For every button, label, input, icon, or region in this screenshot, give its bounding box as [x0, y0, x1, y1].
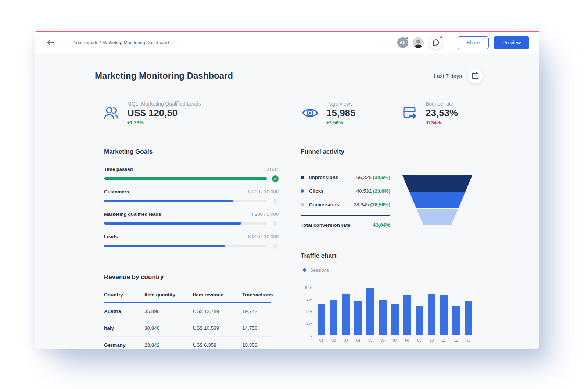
x-axis-label: 01 — [319, 338, 323, 342]
table-row: Germany23,842US$ 6,35810,358 — [104, 337, 271, 353]
goal-value: 4.200 / 5.000 — [251, 211, 279, 217]
bar-column: 04 — [354, 288, 362, 335]
goal-progress-fill — [104, 245, 225, 247]
back-button[interactable] — [35, 32, 66, 53]
table-cell: 23,842 — [144, 342, 193, 348]
column-header: Transactions — [242, 292, 273, 297]
table-cell: 14,756 — [242, 325, 271, 331]
funnel-row-number: 40,532 — [356, 188, 373, 194]
bar-column: 08 — [403, 288, 411, 335]
kpi-label: Page views — [326, 101, 356, 107]
column-header: Country — [104, 292, 144, 297]
bar-column: 01 — [318, 288, 325, 335]
x-axis-label: 06 — [381, 338, 385, 342]
column-header: Item quantity — [144, 292, 193, 297]
sessions-bar — [403, 295, 411, 335]
bar-column: 12 — [452, 288, 460, 335]
y-axis: 100k75k50k25k0 — [301, 288, 312, 335]
goal-bar-row — [104, 243, 279, 249]
table-cell: US$ 6,358 — [193, 342, 242, 348]
revenue-by-country-section: Revenue by country CountryItem quantityI… — [104, 274, 279, 353]
sessions-bar — [318, 304, 325, 335]
calendar-icon[interactable] — [468, 68, 483, 83]
x-axis-label: 07 — [393, 338, 397, 342]
goal-bar-row — [104, 175, 279, 182]
total-conversion-value: 43,04% — [373, 222, 390, 228]
funnel-legend-row: Clicks40,532 (23,6%) — [301, 188, 390, 194]
app-bar: Your reports / Marketing Monitoring Dash… — [35, 32, 539, 53]
page-title: Marketing Monitoring Dashboard — [95, 71, 233, 81]
avatar-photo[interactable] — [413, 37, 424, 48]
goal-value: 8.200 / 10.000 — [248, 189, 279, 194]
goal-label: Marketing qualified leads — [104, 211, 161, 217]
y-axis-tick: 50k — [306, 309, 312, 313]
section-title-revenue: Revenue by country — [104, 274, 279, 281]
goal-complete-check-icon — [272, 175, 279, 182]
browser-bounce-icon — [401, 104, 419, 122]
goal-value: 8.000 / 10.000 — [248, 234, 279, 239]
funnel-row-value: 56,325 (34,6%) — [356, 175, 390, 180]
y-axis-tick: 75k — [306, 297, 312, 301]
sessions-bar — [379, 300, 387, 335]
kpi-value: 23,53% — [426, 108, 458, 119]
avatar-ak[interactable]: AK — [397, 37, 408, 48]
kpi-label: Bounce rate — [426, 101, 458, 107]
funnel-row-number: 28,945 — [354, 202, 370, 207]
sessions-bar-chart: 100k75k50k25k0 0102030405060708091011121… — [301, 288, 472, 346]
table-cell: 35,890 — [144, 308, 193, 314]
arrow-left-icon — [47, 40, 55, 46]
sessions-bar — [428, 294, 435, 335]
funnel-row-percent: (23,6%) — [373, 188, 390, 194]
goal-row: Leads8.000 / 10.000 — [104, 234, 279, 249]
funnel-row-label: Conversions — [309, 202, 339, 207]
funnel-legend-row: Conversions28,945 (16,56%) — [301, 202, 390, 207]
funnel-row-value: 28,945 (16,56%) — [354, 202, 390, 207]
kpi-value: US$ 120,50 — [127, 108, 201, 119]
traffic-bars: 01020304050607080910111213 — [318, 288, 472, 335]
goal-handle-icon[interactable] — [272, 243, 279, 249]
funnel-row-number: 56,325 — [356, 175, 373, 180]
x-axis-label: 11 — [442, 338, 446, 342]
goal-row: Customers8.200 / 10.000 — [104, 189, 279, 204]
revenue-table-body: Austria35,890US$ 13,78919,742Italy30,846… — [104, 303, 271, 353]
goal-progress-track — [104, 177, 267, 180]
kpi-change: +1.23% — [127, 120, 201, 125]
funnel-legend-row: Impressions56,325 (34,6%) — [301, 175, 390, 180]
breadcrumb[interactable]: Your reports / Marketing Monitoring Dash… — [74, 40, 169, 45]
funnel-row-label: Clicks — [309, 188, 324, 194]
chart-legend: Sessions — [303, 268, 472, 273]
goal-handle-icon[interactable] — [272, 198, 279, 204]
sessions-bar — [452, 306, 460, 335]
bar-column: 09 — [416, 288, 423, 335]
section-title-marketing-goals: Marketing Goals — [104, 148, 279, 156]
table-row: Italy30,846US$ 10,53914,756 — [104, 320, 271, 337]
goal-label: Time passed — [104, 167, 133, 172]
kpi-label: MQL: Marketing Qualified Leads — [127, 101, 201, 107]
table-cell: Germany — [104, 342, 144, 348]
app-bar-actions: AK Share Preview — [397, 36, 529, 49]
x-axis-label: 10 — [430, 338, 434, 342]
sessions-bar — [465, 301, 472, 335]
bar-column: 13 — [465, 288, 472, 335]
avatar-initials: AK — [400, 40, 406, 45]
kpi-bounce-rate: Bounce rate 23,53% -0.34% — [401, 101, 458, 125]
preview-button[interactable]: Preview — [494, 36, 529, 49]
funnel-dot — [301, 189, 304, 193]
y-axis-tick: 0 — [310, 333, 312, 337]
funnel-chart — [402, 175, 472, 225]
funnel-legend: Impressions56,325 (34,6%)Clicks40,532 (2… — [301, 175, 390, 228]
table-row: Austria35,890US$ 13,78919,742 — [104, 303, 271, 320]
funnel-rows: Impressions56,325 (34,6%)Clicks40,532 (2… — [301, 175, 390, 207]
revenue-table: CountryItem quantityItem revenueTransact… — [104, 292, 271, 353]
total-conversion-label: Total conversion rate — [301, 222, 351, 228]
goal-row: Marketing qualified leads4.200 / 5.000 — [104, 211, 279, 227]
chat-button[interactable] — [430, 36, 442, 49]
date-range-picker[interactable]: Last 7 days — [434, 68, 483, 83]
goal-handle-icon[interactable] — [272, 220, 279, 227]
x-axis-label: 13 — [466, 338, 470, 342]
left-column: Marketing Goals Time passed31/31Customer… — [95, 148, 279, 353]
sessions-bar — [366, 288, 374, 335]
x-axis-label: 02 — [331, 338, 336, 342]
share-button[interactable]: Share — [458, 36, 489, 49]
table-cell: 30,846 — [144, 325, 193, 331]
